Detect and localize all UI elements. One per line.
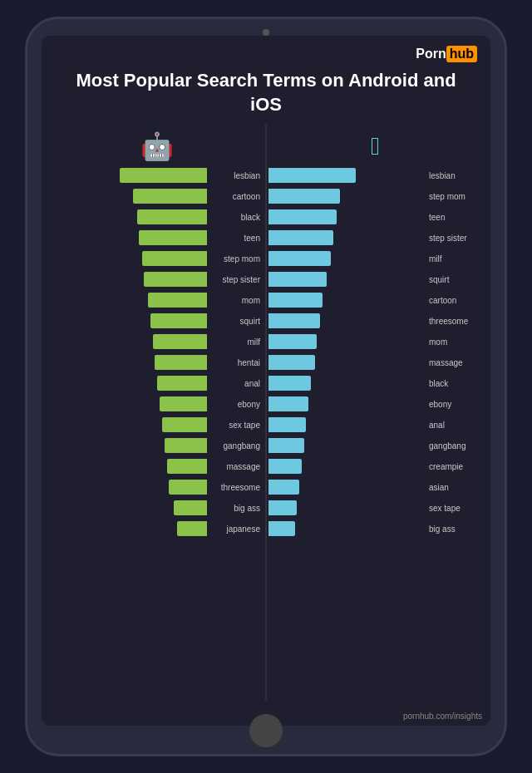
ios-bar-row: massage — [268, 353, 482, 372]
chart-container: 🤖 lesbiancartoonblackteenstep momstep si… — [42, 125, 490, 708]
bar-label: lesbian — [426, 171, 482, 180]
bar-label: japanese — [207, 524, 264, 534]
ios-bar-row: ebony — [268, 395, 482, 413]
ios-bar-row: anal — [268, 416, 482, 434]
ios-bar — [268, 209, 337, 224]
android-bar — [153, 334, 207, 349]
bar-wrap — [50, 189, 207, 204]
android-bar — [137, 209, 207, 224]
ios-bar — [268, 189, 340, 204]
bar-label: step mom — [207, 254, 264, 263]
android-bar-row: ebony — [50, 395, 264, 413]
android-bar-row: threesome — [50, 478, 264, 496]
android-bar — [155, 355, 207, 370]
android-bar — [169, 480, 207, 495]
ios-bar-row: squirt — [268, 270, 482, 288]
bar-label: massage — [207, 462, 264, 471]
ios-bar — [268, 293, 323, 308]
bar-wrap — [268, 272, 426, 287]
bar-wrap — [50, 209, 207, 224]
android-bar-row: cartoon — [50, 187, 264, 205]
bar-label: squirt — [207, 317, 264, 326]
android-bar — [165, 438, 207, 453]
bar-wrap — [50, 459, 207, 474]
ios-bar-row: big ass — [268, 519, 482, 538]
logo: Porn hub — [416, 46, 477, 62]
ios-bar-row: creampie — [268, 457, 482, 475]
ios-bar-row: black — [268, 374, 482, 392]
android-bar — [144, 272, 207, 287]
bar-label: milf — [426, 254, 482, 263]
android-bar — [167, 459, 207, 474]
ios-bar — [268, 521, 295, 536]
ios-bar — [268, 459, 302, 474]
ios-bar-row: teen — [268, 208, 482, 226]
bar-label: sex tape — [426, 504, 482, 513]
bar-wrap — [268, 500, 426, 515]
bar-label: cartoon — [426, 296, 482, 305]
bar-wrap — [268, 396, 426, 411]
logo-hub: hub — [446, 46, 477, 62]
tablet-frame: Porn hub Most Popular Search Terms on An… — [25, 17, 507, 756]
footer: pornhub.com/insights — [42, 708, 490, 726]
bar-label: milf — [207, 337, 264, 347]
bar-label: squirt — [426, 275, 482, 284]
android-bar-row: big ass — [50, 499, 264, 517]
bar-wrap — [50, 376, 207, 391]
android-bar — [160, 396, 207, 411]
bar-wrap — [50, 480, 207, 495]
bar-label: cartoon — [207, 192, 264, 201]
android-bar-row: gangbang — [50, 436, 264, 455]
ios-bar — [268, 355, 315, 370]
page-title: Most Popular Search Terms on Android and… — [58, 69, 474, 116]
bar-wrap — [50, 168, 207, 183]
android-bar — [150, 313, 207, 328]
bar-label: step sister — [426, 234, 482, 243]
bar-wrap — [50, 417, 207, 432]
bar-label: anal — [426, 421, 482, 430]
android-bar-row: teen — [50, 229, 264, 247]
bar-label: creampie — [426, 462, 482, 471]
ios-bar-row: step sister — [268, 229, 482, 247]
bar-wrap — [50, 500, 207, 515]
bar-wrap — [268, 251, 426, 266]
android-bar-row: anal — [50, 374, 264, 392]
android-bar-row: hentai — [50, 353, 264, 372]
bar-label: black — [207, 213, 264, 222]
bar-label: gangbang — [426, 441, 482, 451]
android-bar-row: japanese — [50, 519, 264, 538]
bar-wrap — [268, 209, 426, 224]
bar-wrap — [268, 480, 426, 495]
bar-wrap — [50, 313, 207, 328]
bar-wrap — [268, 417, 426, 432]
bar-label: black — [426, 379, 482, 388]
bar-wrap — [268, 313, 426, 328]
android-bar-row: milf — [50, 332, 264, 351]
ios-bar — [268, 334, 317, 349]
bar-label: anal — [207, 379, 264, 388]
android-bar — [177, 521, 207, 536]
bar-wrap — [50, 230, 207, 245]
bar-wrap — [268, 376, 426, 391]
android-bar — [148, 293, 207, 308]
bar-label: teen — [207, 234, 264, 243]
bar-label: threesome — [207, 483, 264, 492]
chart-divider — [265, 125, 267, 700]
bar-label: asian — [426, 483, 482, 492]
android-bar — [157, 376, 207, 391]
ios-chart:  lesbianstep momteenstep sistermilfsqui… — [268, 125, 482, 700]
android-bar-row: mom — [50, 291, 264, 309]
ios-bar-row: milf — [268, 249, 482, 268]
bar-wrap — [268, 459, 426, 474]
screen: Porn hub Most Popular Search Terms on An… — [42, 36, 490, 726]
android-header: 🤖 — [50, 125, 264, 166]
bar-wrap — [268, 230, 426, 245]
ios-bar — [268, 376, 311, 391]
bar-label: lesbian — [207, 171, 264, 180]
bar-label: hentai — [207, 358, 264, 367]
android-bars: lesbiancartoonblackteenstep momstep sist… — [50, 166, 264, 700]
ios-bar-row: asian — [268, 478, 482, 496]
android-bar-row: sex tape — [50, 416, 264, 434]
android-bar-row: black — [50, 208, 264, 226]
bar-wrap — [50, 272, 207, 287]
